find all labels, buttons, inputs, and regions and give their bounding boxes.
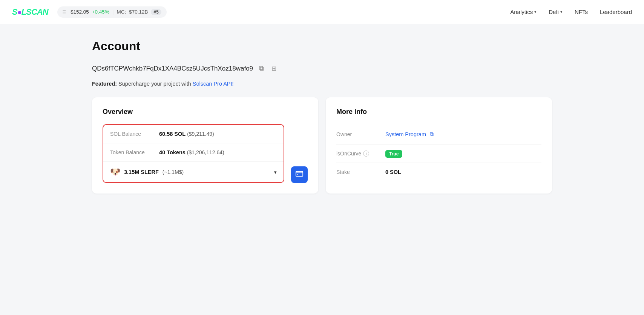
is-on-curve-row: isOnCurve i True	[336, 144, 541, 163]
featured-label: Featured:	[92, 81, 117, 87]
svg-rect-1	[297, 174, 299, 175]
token-dropdown-icon[interactable]: ▾	[274, 169, 277, 175]
sol-balance-label: SOL Balance	[110, 131, 159, 137]
overview-highlighted-box: SOL Balance 60.58 SOL ($9,211.49) Token …	[103, 124, 284, 183]
overview-card: Overview SOL Balance 60.58 SOL ($9,211.4…	[92, 97, 318, 194]
send-icon	[295, 169, 304, 180]
send-button-wrapper	[288, 124, 308, 183]
owner-row: Owner System Program ⧉	[336, 124, 541, 144]
market-cap-value: $70.12B	[129, 9, 148, 15]
is-on-curve-info-icon[interactable]: i	[363, 151, 369, 157]
market-cap-label: MC:	[117, 9, 126, 15]
sol-rank: #5	[151, 9, 161, 15]
qr-icon: ⊞	[271, 65, 276, 72]
cards-row: Overview SOL Balance 60.58 SOL ($9,211.4…	[92, 97, 552, 194]
sol-balance-value: 60.58 SOL	[159, 131, 186, 137]
owner-link-text: System Program	[385, 131, 426, 137]
account-address-row: QDs6fTCPWchkb7FqDx1XA4BCsz5UJcsThXoz18wa…	[92, 64, 552, 73]
sol-price-change: +0.45%	[92, 9, 109, 15]
is-on-curve-value: True	[385, 151, 402, 157]
qr-code-button[interactable]: ⊞	[270, 64, 278, 73]
featured-text: Supercharge your project with	[118, 81, 193, 87]
stake-label: Stake	[336, 169, 385, 175]
stake-row: Stake 0 SOL	[336, 163, 541, 181]
token-balance-value: 40 Tokens	[159, 149, 186, 155]
overview-highlighted-wrapper: SOL Balance 60.58 SOL ($9,211.49) Token …	[103, 124, 284, 183]
token-balance-usd: ($1,206,112.64)	[187, 149, 224, 155]
defi-chevron-icon: ▾	[560, 9, 563, 14]
analytics-chevron-icon: ▾	[534, 9, 537, 14]
token-detail-row: 🐶 3.15M SLERF (~1.1M$) ▾	[103, 162, 284, 182]
nav-analytics[interactable]: Analytics ▾	[510, 9, 537, 15]
copy-owner-icon: ⧉	[430, 131, 434, 137]
main-nav: Analytics ▾ Defi ▾ NFTs Leaderboard	[510, 9, 632, 15]
is-on-curve-label-text: isOnCurve	[336, 151, 361, 157]
sol-balance-usd: ($9,211.49)	[187, 131, 214, 137]
featured-bar: Featured: Supercharge your project with …	[92, 81, 552, 87]
nav-nfts[interactable]: NFTs	[575, 9, 588, 15]
nav-leaderboard[interactable]: Leaderboard	[600, 9, 632, 15]
stake-value: 0 SOL	[385, 169, 401, 175]
featured-link[interactable]: Solscan Pro API!	[193, 81, 234, 87]
more-info-card: More info Owner System Program ⧉ isOnCur…	[326, 97, 552, 194]
token-usd-value: (~1.1M$)	[163, 169, 184, 175]
token-name: 3.15M SLERF	[124, 169, 159, 175]
nav-leaderboard-label: Leaderboard	[600, 9, 632, 15]
owner-value[interactable]: System Program ⧉	[385, 130, 435, 138]
hamburger-icon: ≡	[63, 9, 66, 15]
nav-defi[interactable]: Defi ▾	[549, 9, 563, 15]
is-on-curve-label: isOnCurve i	[336, 151, 385, 157]
page-title: Account	[92, 39, 552, 53]
overview-card-title: Overview	[103, 108, 308, 116]
token-balance-row: Token Balance 40 Tokens ($1,206,112.64)	[103, 143, 284, 162]
copy-icon: ⧉	[259, 65, 264, 72]
account-address: QDs6fTCPWchkb7FqDx1XA4BCsz5UJcsThXoz18wa…	[92, 65, 253, 72]
sol-balance-row: SOL Balance 60.58 SOL ($9,211.49)	[103, 125, 284, 143]
sol-price: $152.05	[71, 9, 89, 15]
token-emoji: 🐶	[110, 167, 120, 177]
copy-owner-button[interactable]: ⧉	[428, 130, 435, 138]
is-on-curve-badge: True	[385, 150, 402, 158]
more-info-card-title: More info	[336, 108, 541, 116]
owner-label: Owner	[336, 131, 385, 137]
nav-defi-label: Defi	[549, 9, 559, 15]
nav-analytics-label: Analytics	[510, 9, 533, 15]
logo[interactable]: S●LSCAN	[12, 7, 48, 17]
nav-nfts-label: NFTs	[575, 9, 588, 15]
overview-with-action: SOL Balance 60.58 SOL ($9,211.49) Token …	[103, 124, 308, 183]
svg-rect-0	[296, 172, 303, 177]
sol-price-pill: ≡ $152.05 +0.45% | MC: $70.12B #5	[57, 6, 167, 18]
send-token-button[interactable]	[291, 166, 308, 183]
copy-address-button[interactable]: ⧉	[258, 64, 265, 73]
token-balance-label: Token Balance	[110, 149, 159, 155]
